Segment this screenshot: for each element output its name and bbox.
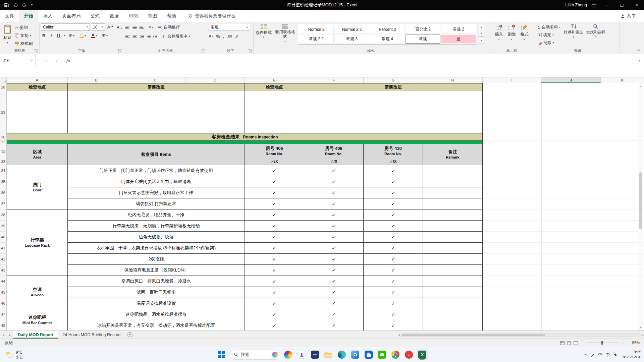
column-header[interactable]: E xyxy=(245,77,304,83)
check-cell[interactable]: ✓ xyxy=(364,309,423,320)
row-header[interactable]: 33 xyxy=(0,158,7,165)
remark-cell[interactable] xyxy=(423,287,483,298)
sort-filter-button[interactable]: 排序和筛选 ▾ xyxy=(563,23,584,39)
redo-button[interactable] xyxy=(22,3,27,7)
font-family-select[interactable]: Calibri▾ xyxy=(41,23,90,31)
cell[interactable] xyxy=(483,309,644,320)
bold-button[interactable]: B xyxy=(41,32,47,39)
weather-widget[interactable]: 9°C 多云 xyxy=(3,347,25,362)
undo-button[interactable] xyxy=(13,3,18,7)
volume-icon[interactable] xyxy=(613,353,618,357)
column-header[interactable]: G xyxy=(364,77,423,83)
check-cell[interactable]: ✓ xyxy=(304,298,364,309)
cell[interactable] xyxy=(483,243,644,254)
check-cell[interactable]: ✓ xyxy=(304,254,364,265)
cell[interactable] xyxy=(245,91,304,133)
tab-page-layout[interactable]: 页面布局 xyxy=(57,10,86,22)
share-button[interactable]: 共享 xyxy=(615,10,644,22)
check-cell[interactable]: ✓ xyxy=(364,165,423,176)
area-group-cell[interactable]: 行李架Luggage Rack xyxy=(7,209,68,276)
item-cell[interactable]: 门体开启关闭灵活无阻力，猫眼清晰 xyxy=(68,176,245,187)
row-header[interactable]: 36 xyxy=(0,187,7,198)
check-cell[interactable]: ✓ xyxy=(364,276,423,287)
item-cell[interactable]: 保险箱有电且正常（仅限KLDN） xyxy=(68,265,245,276)
cell-style-item[interactable]: Normal 2 2 xyxy=(334,25,369,34)
find-select-button[interactable]: 查找和选择 ▾ xyxy=(586,23,606,39)
cell-style-item[interactable]: Normal 2 xyxy=(299,25,334,34)
insert-cells-button[interactable]: 插入▾ xyxy=(493,23,505,41)
search-highlights-icon[interactable] xyxy=(272,352,278,358)
check-cell[interactable]: ✓ xyxy=(364,209,423,221)
check-cell[interactable]: ✓ xyxy=(304,232,364,243)
gallery-down-button[interactable]: ▼ xyxy=(479,31,484,37)
green-divider-row[interactable] xyxy=(7,141,483,144)
network-icon[interactable] xyxy=(605,353,610,357)
number-format-select[interactable]: 常规▾ xyxy=(209,24,250,31)
check-cell[interactable]: ✓ xyxy=(364,265,423,276)
merge-center-button[interactable]: 合并后居中▾ xyxy=(160,33,191,40)
ime-indicator[interactable]: 中 xyxy=(598,352,602,358)
item-cell[interactable]: 请勿扰灯,打扫牌正常 xyxy=(68,198,245,209)
scroll-left-button[interactable]: ◂ xyxy=(398,333,400,337)
save-button[interactable] xyxy=(4,3,9,7)
check-cell[interactable]: ✓ xyxy=(364,232,423,243)
decrease-decimal-button[interactable]: .0 xyxy=(235,33,237,40)
underline-caret-icon[interactable]: ▾ xyxy=(64,35,65,37)
scroll-down-button[interactable]: ▼ xyxy=(638,325,643,330)
item-cell[interactable]: 衣杆牢固、干净，衣架按要求摆放 (6个标准衣架和2个裤/裙架) xyxy=(68,243,245,254)
tray-chevron-icon[interactable] xyxy=(584,354,587,356)
section-title-cell[interactable]: 客房检查结果 Rooms Inspection xyxy=(7,133,483,141)
check-cell[interactable]: ✓ xyxy=(245,209,304,221)
borders-button[interactable]: ⊞▾ xyxy=(67,32,76,39)
area-group-cell[interactable]: 迷你吧柜Mini Bar Counter xyxy=(7,309,68,330)
check-header-cell[interactable]: ✓/X xyxy=(245,158,304,165)
sheet-tab-24-hours-briefing[interactable]: 24 Hours MOD Briefing Record xyxy=(58,331,125,339)
cell[interactable] xyxy=(483,287,644,298)
page-layout-view-button[interactable] xyxy=(567,341,571,345)
align-center-icon[interactable] xyxy=(132,35,137,38)
remark-cell[interactable] xyxy=(423,276,483,287)
account-name[interactable]: Lilith Zhong xyxy=(565,3,587,7)
item-cell[interactable]: 空调出风口、排风口无噪音、冷凝水 xyxy=(68,276,245,287)
check-cell[interactable]: ✓ xyxy=(304,309,364,320)
select-all-corner[interactable] xyxy=(0,77,7,83)
check-cell[interactable]: ✓ xyxy=(245,165,304,176)
room-header-cell[interactable]: 房号 410Room No. xyxy=(364,144,423,158)
row-header[interactable]: 47 xyxy=(0,309,7,320)
remark-cell[interactable] xyxy=(423,254,483,265)
cell[interactable] xyxy=(7,91,68,133)
increase-indent-icon[interactable] xyxy=(153,35,157,38)
taskbar-app-file-explorer[interactable] xyxy=(323,349,334,360)
taskbar-app-contacts[interactable] xyxy=(296,349,307,360)
check-header-cell[interactable]: ✓/X xyxy=(304,158,364,165)
row-header[interactable]: 30 xyxy=(0,133,7,141)
align-middle-icon[interactable] xyxy=(132,26,137,29)
decrease-indent-icon[interactable] xyxy=(147,35,151,38)
remark-cell[interactable] xyxy=(423,165,483,176)
cell[interactable] xyxy=(304,91,483,133)
clipboard-dialog-launcher[interactable]: ↘ xyxy=(34,49,38,53)
row-header[interactable]: 44 xyxy=(0,276,7,287)
align-bottom-icon[interactable] xyxy=(140,26,144,29)
item-cell[interactable]: 行李架无脱漆，无划痕，行李架护墙板无松动 xyxy=(68,221,245,232)
remark-cell[interactable] xyxy=(423,243,483,254)
format-as-table-button[interactable]: 套用表格格式 ▾ xyxy=(274,23,296,43)
cell[interactable] xyxy=(483,176,644,187)
row-header[interactable]: 40 xyxy=(0,232,7,243)
check-cell[interactable]: ✓ xyxy=(245,254,304,265)
scroll-up-button[interactable]: ▲ xyxy=(638,83,643,89)
check-cell[interactable]: ✓ xyxy=(364,298,423,309)
check-cell[interactable]: ✓ xyxy=(304,276,364,287)
cell[interactable] xyxy=(483,198,644,209)
customize-qat-button[interactable]: ▾ xyxy=(31,4,33,6)
font-color-button[interactable]: A▾ xyxy=(90,32,98,39)
fill-button[interactable]: 填充▾ xyxy=(537,32,561,39)
item-cell[interactable]: 迷你吧物品、酒水单按标准摆放 xyxy=(68,309,245,320)
check-header-cell[interactable]: ✓/X xyxy=(364,158,423,165)
taskbar-app-chrome[interactable] xyxy=(390,349,401,360)
check-cell[interactable]: ✓ xyxy=(304,198,364,209)
zoom-slider-thumb[interactable] xyxy=(601,341,603,345)
room-header-cell[interactable]: 房号 406Room No. xyxy=(245,144,304,158)
remark-cell[interactable] xyxy=(423,298,483,309)
check-cell[interactable]: ✓ xyxy=(304,287,364,298)
